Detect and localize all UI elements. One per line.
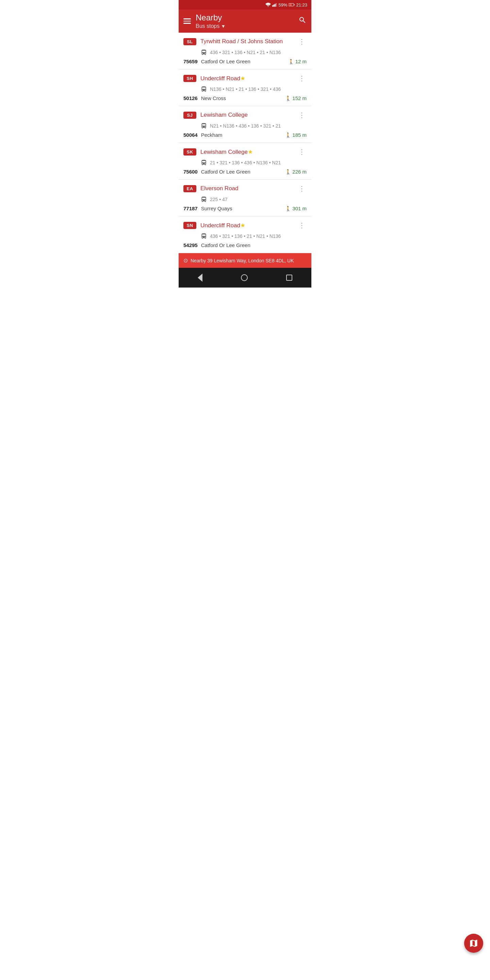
more-options-button[interactable]: ⋮ <box>297 185 307 192</box>
stop-badge: SH <box>183 75 196 82</box>
stop-destination: New Cross <box>201 95 226 101</box>
stop-destination: Catford Or Lee Green <box>201 59 250 64</box>
stop-routes: 21 • 321 • 136 • 436 • N136 • N21 <box>210 160 281 165</box>
stop-routes-row: 21 • 321 • 136 • 436 • N136 • N21 <box>200 159 307 166</box>
stop-header-row: EA Elverson Road ⋮ <box>183 185 307 192</box>
stop-name: Elverson Road <box>200 185 293 192</box>
star-icon: ★ <box>240 222 245 229</box>
stop-id-dest: 75600 Catford Or Lee Green <box>183 169 250 175</box>
bus-icon <box>200 196 207 203</box>
stop-header-row: SN Undercliff Road★ ⋮ <box>183 221 307 229</box>
star-icon: ★ <box>248 149 253 155</box>
stop-id: 50064 <box>183 132 198 138</box>
stop-badge: SK <box>183 148 196 156</box>
stop-id: 77187 <box>183 205 198 211</box>
stop-routes-row: N21 • N136 • 436 • 136 • 321 • 21 <box>200 123 307 129</box>
svg-rect-6 <box>294 4 295 5</box>
location-pin-icon: ⊙ <box>183 257 188 264</box>
search-button[interactable] <box>298 16 307 26</box>
walk-icon: 🚶 <box>285 169 291 175</box>
back-button[interactable] <box>198 274 202 282</box>
stop-info-row: 75600 Catford Or Lee Green 🚶226 m <box>183 169 307 175</box>
more-options-button[interactable]: ⋮ <box>297 37 307 46</box>
stop-info-row: 75659 Catford Or Lee Green 🚶12 m <box>183 59 307 64</box>
stop-distance: 🚶12 m <box>288 59 307 64</box>
menu-button[interactable] <box>183 18 191 24</box>
header-subtitle[interactable]: Bus stops ▼ <box>196 23 294 29</box>
stop-distance: 🚶226 m <box>285 169 307 175</box>
stop-id: 75659 <box>183 59 198 64</box>
stop-id-dest: 75659 Catford Or Lee Green <box>183 59 250 64</box>
stop-header-row: SK Lewisham College★ ⋮ <box>183 148 307 156</box>
stop-routes-row: 436 • 321 • 136 • 21 • N21 • N136 <box>200 233 307 240</box>
svg-rect-3 <box>275 4 275 6</box>
home-button[interactable] <box>241 274 248 281</box>
stop-info-row: 77187 Surrey Quays 🚶301 m <box>183 205 307 211</box>
svg-point-0 <box>268 6 269 7</box>
battery-percent: 59% <box>278 2 287 8</box>
chevron-down-icon: ▼ <box>221 24 226 29</box>
stop-destination: Catford Or Lee Green <box>201 242 250 248</box>
stop-routes: N136 • N21 • 21 • 136 • 321 • 436 <box>210 86 281 92</box>
location-text: Nearby 39 Lewisham Way, London SE8 4DL, … <box>191 258 294 263</box>
stop-routes: N21 • N136 • 436 • 136 • 321 • 21 <box>210 123 281 129</box>
walk-icon: 🚶 <box>285 132 291 138</box>
system-nav-bar <box>179 268 311 288</box>
stop-destination: Surrey Quays <box>201 205 232 211</box>
stop-destination: Catford Or Lee Green <box>201 169 250 175</box>
bus-icon <box>200 49 207 56</box>
subtitle-text: Bus stops <box>196 23 220 29</box>
stop-item[interactable]: SJ Lewisham College ⋮ N21 • N136 • 436 •… <box>179 106 311 143</box>
stop-badge: SJ <box>183 111 196 119</box>
bus-icon <box>200 159 207 166</box>
location-bar[interactable]: ⊙ Nearby 39 Lewisham Way, London SE8 4DL… <box>179 253 311 268</box>
walk-icon: 🚶 <box>288 59 294 64</box>
stop-header-row: SH Undercliff Road★ ⋮ <box>183 74 307 82</box>
bus-icon <box>200 86 207 92</box>
status-icons: 59% 21:23 <box>266 2 307 8</box>
stop-item[interactable]: SH Undercliff Road★ ⋮ N136 • N21 • 21 • … <box>179 69 311 106</box>
stop-name: Tyrwhitt Road / St Johns Station <box>200 38 293 45</box>
stop-routes-row: 225 • 47 <box>200 196 307 203</box>
signal-icon <box>272 3 277 7</box>
stop-item[interactable]: SL Tyrwhitt Road / St Johns Station ⋮ 43… <box>179 33 311 69</box>
stop-badge: SN <box>183 222 196 229</box>
stop-item[interactable]: EA Elverson Road ⋮ 225 • 47 77187 Surrey… <box>179 180 311 216</box>
stop-id-dest: 77187 Surrey Quays <box>183 205 232 211</box>
bus-icon <box>200 233 207 240</box>
bus-icon <box>200 123 207 129</box>
stop-distance: 🚶301 m <box>285 205 307 211</box>
stop-name: Lewisham College★ <box>200 148 293 156</box>
header-title: Nearby <box>196 13 294 23</box>
more-options-button[interactable]: ⋮ <box>297 148 307 156</box>
stop-badge: SL <box>183 38 196 45</box>
time-display: 21:23 <box>296 2 307 8</box>
app-header: Nearby Bus stops ▼ <box>179 10 311 33</box>
svg-rect-4 <box>276 3 277 7</box>
more-options-button[interactable]: ⋮ <box>297 111 307 119</box>
svg-rect-2 <box>274 5 275 6</box>
stop-id-dest: 50064 Peckham <box>183 132 222 138</box>
walk-icon: 🚶 <box>285 95 291 101</box>
stop-item[interactable]: SN Undercliff Road★ ⋮ 436 • 321 • 136 • … <box>179 216 311 253</box>
svg-rect-1 <box>272 5 273 6</box>
stop-distance: 🚶152 m <box>285 95 307 101</box>
stop-header-row: SJ Lewisham College ⋮ <box>183 111 307 119</box>
stop-routes: 436 • 321 • 136 • 21 • N21 • N136 <box>210 234 281 239</box>
stop-id: 75600 <box>183 169 198 175</box>
stop-routes: 436 • 321 • 136 • N21 • 21 • N136 <box>210 50 281 55</box>
stop-item[interactable]: SK Lewisham College★ ⋮ 21 • 321 • 136 • … <box>179 143 311 180</box>
more-options-button[interactable]: ⋮ <box>297 74 307 82</box>
wifi-icon <box>266 3 271 7</box>
stop-info-row: 50064 Peckham 🚶185 m <box>183 132 307 138</box>
star-icon: ★ <box>240 75 245 82</box>
stop-id-dest: 54295 Catford Or Lee Green <box>183 242 250 248</box>
recents-button[interactable] <box>286 275 292 281</box>
stop-list: SL Tyrwhitt Road / St Johns Station ⋮ 43… <box>179 33 311 253</box>
stop-info-row: 54295 Catford Or Lee Green <box>183 242 307 248</box>
stop-id-dest: 50126 New Cross <box>183 95 226 101</box>
stop-id: 54295 <box>183 242 198 248</box>
status-bar: 59% 21:23 <box>179 0 311 10</box>
stop-id: 50126 <box>183 95 198 101</box>
more-options-button[interactable]: ⋮ <box>297 221 307 229</box>
